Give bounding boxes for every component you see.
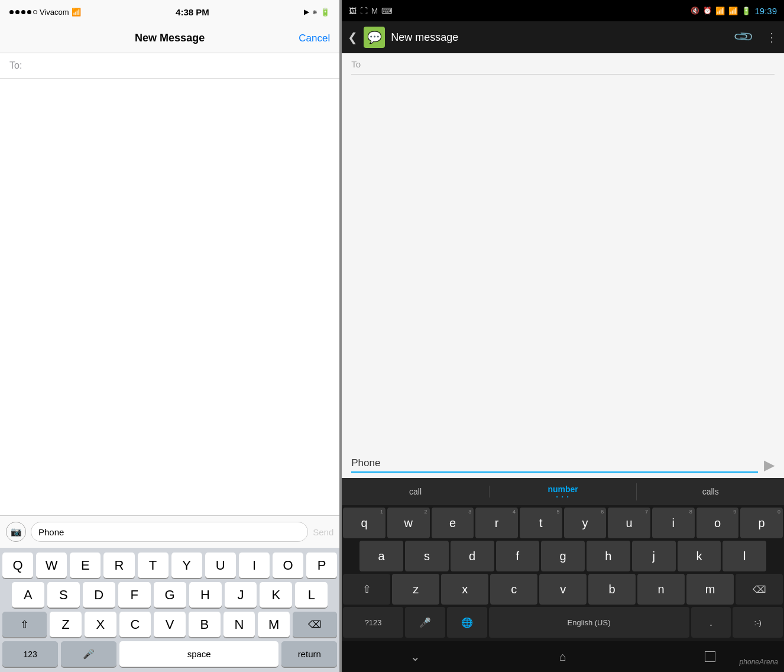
android-mic-key[interactable]: 🎤 — [405, 607, 445, 638]
ios-key-A[interactable]: A — [12, 582, 44, 608]
android-space-key[interactable]: English (US) — [489, 607, 689, 638]
android-key-q[interactable]: 1q — [343, 508, 385, 538]
android-nav-back[interactable]: ⌄ — [342, 650, 489, 664]
ios-signal-dots — [9, 10, 37, 14]
ios-key-rows: Q W E R T Y U I O P A S D F G H J K — [0, 550, 339, 638]
ios-mic-key[interactable]: 🎤 — [61, 641, 116, 667]
android-phone-input[interactable] — [351, 457, 758, 473]
android-sym-key[interactable]: ?123 — [343, 607, 403, 638]
android-key-i[interactable]: 8i — [652, 508, 695, 538]
android-shift-key[interactable]: ⇧ — [343, 574, 390, 605]
android-suggest-number[interactable]: number • • • — [490, 483, 637, 500]
android-suggest-calls[interactable]: calls — [637, 486, 784, 497]
android-key-h[interactable]: h — [587, 541, 630, 571]
ios-key-W[interactable]: W — [36, 553, 67, 579]
android-nav-home[interactable]: ⌂ — [490, 650, 637, 664]
android-action-bar: ❮ 💬 New message 📎 ⋮ — [342, 21, 784, 53]
android-nav-bar: ⌄ ⌂ — [342, 641, 784, 672]
android-key-f[interactable]: f — [496, 541, 540, 571]
android-key-w[interactable]: 2w — [387, 508, 430, 538]
dot-3 — [21, 10, 25, 14]
android-key-a[interactable]: a — [359, 541, 403, 571]
ios-keyboard: Q W E R T Y U I O P A S D F G H J K — [0, 548, 339, 672]
android-delete-key[interactable]: ⌫ — [736, 574, 783, 605]
android-key-g[interactable]: g — [541, 541, 585, 571]
ios-key-J[interactable]: J — [225, 582, 257, 608]
android-key-v[interactable]: v — [539, 574, 587, 605]
ios-shift-key[interactable]: ⇧ — [2, 612, 47, 638]
android-status-icons-left: 🖼 ⛶ M ⌨ — [349, 7, 393, 15]
android-key-r[interactable]: 4r — [475, 508, 518, 538]
android-key-z[interactable]: z — [392, 574, 439, 605]
ios-key-M[interactable]: M — [258, 612, 290, 638]
android-back-button[interactable]: ❮ — [348, 30, 358, 44]
ios-key-K[interactable]: K — [260, 582, 292, 608]
ios-key-H[interactable]: H — [189, 582, 222, 608]
android-nav-back-icon: ⌄ — [410, 650, 420, 664]
android-key-b[interactable]: b — [588, 574, 636, 605]
ios-clock: 4:38 PM — [176, 7, 209, 17]
android-key-l[interactable]: l — [723, 541, 766, 571]
ios-message-area[interactable] — [0, 79, 339, 515]
android-key-p[interactable]: 0p — [740, 508, 783, 538]
android-phone: 🖼 ⛶ M ⌨ 🔇 ⏰ 📶 📶 🔋 19:39 ❮ 💬 New message … — [342, 0, 784, 672]
dot-1 — [9, 10, 14, 14]
ios-delete-key[interactable]: ⌫ — [293, 612, 337, 638]
ios-key-R[interactable]: R — [103, 553, 134, 579]
android-message-area[interactable] — [342, 77, 784, 452]
ios-key-V[interactable]: V — [154, 612, 186, 638]
ios-key-L[interactable]: L — [295, 582, 328, 608]
android-attach-button[interactable]: 📎 — [733, 26, 754, 48]
ios-key-E[interactable]: E — [70, 553, 101, 579]
android-key-e[interactable]: 3e — [432, 508, 474, 538]
android-key-u[interactable]: 7u — [608, 508, 650, 538]
android-key-d[interactable]: d — [451, 541, 494, 571]
ios-key-N[interactable]: N — [223, 612, 255, 638]
android-send-button[interactable]: ▶ — [764, 457, 775, 473]
android-status-icons-right: 🔇 ⏰ 📶 📶 🔋 19:39 — [691, 6, 777, 16]
android-key-c[interactable]: c — [490, 574, 537, 605]
ios-key-G[interactable]: G — [154, 582, 186, 608]
ios-key-O[interactable]: O — [273, 553, 303, 579]
android-suggest-call[interactable]: call — [342, 486, 490, 497]
android-key-m[interactable]: m — [686, 574, 734, 605]
ios-key-B[interactable]: B — [189, 612, 221, 638]
android-key-n[interactable]: n — [637, 574, 685, 605]
ios-key-U[interactable]: U — [205, 553, 236, 579]
ios-cancel-button[interactable]: Cancel — [299, 33, 330, 44]
ios-return-key[interactable]: return — [281, 641, 337, 667]
android-key-o[interactable]: 9o — [696, 508, 739, 538]
ios-key-Y[interactable]: Y — [171, 553, 202, 579]
android-key-x[interactable]: x — [441, 574, 488, 605]
ios-key-I[interactable]: I — [239, 553, 270, 579]
ios-key-C[interactable]: C — [119, 612, 151, 638]
android-overflow-button[interactable]: ⋮ — [766, 30, 778, 44]
ios-message-input[interactable] — [31, 522, 308, 542]
android-key-t[interactable]: 5t — [520, 508, 562, 538]
dot-5 — [33, 10, 37, 14]
android-key-j[interactable]: j — [632, 541, 676, 571]
ios-key-X[interactable]: X — [85, 612, 116, 638]
android-phone-bar: ▶ — [342, 452, 784, 478]
ios-key-T[interactable]: T — [138, 553, 169, 579]
android-globe-key[interactable]: 🌐 — [447, 607, 487, 638]
android-period-key[interactable]: . — [691, 607, 731, 638]
ios-key-Z[interactable]: Z — [50, 612, 82, 638]
ios-key-Q[interactable]: Q — [2, 553, 33, 579]
dot-2 — [15, 10, 20, 14]
ios-key-P[interactable]: P — [306, 553, 337, 579]
android-emoji-key[interactable]: :-) — [733, 607, 783, 638]
ios-camera-button[interactable]: 📷 — [6, 522, 26, 542]
android-keyboard-icon: ⌨ — [381, 7, 393, 15]
ios-key-F[interactable]: F — [118, 582, 151, 608]
android-key-y[interactable]: 6y — [564, 508, 607, 538]
android-key-k[interactable]: k — [678, 541, 721, 571]
ios-key-D[interactable]: D — [83, 582, 115, 608]
ios-nav-title: New Message — [135, 32, 205, 44]
ios-space-key[interactable]: space — [119, 641, 278, 667]
ios-send-button[interactable]: Send — [313, 527, 333, 537]
ios-key-S[interactable]: S — [47, 582, 80, 608]
ios-123-key[interactable]: 123 — [2, 641, 58, 667]
android-key-s[interactable]: s — [405, 541, 449, 571]
android-mute-icon: 🔇 — [691, 7, 699, 15]
